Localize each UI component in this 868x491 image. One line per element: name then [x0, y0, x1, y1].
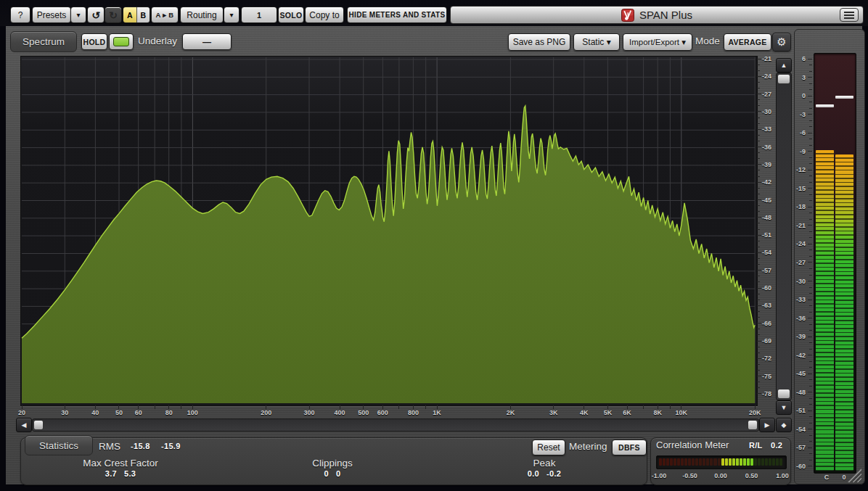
db-tick-label: -72: [762, 355, 777, 362]
freq-tick-label: 6K: [616, 409, 638, 416]
routing-dropdown-icon[interactable]: ▾: [224, 7, 239, 23]
hide-meters-button[interactable]: HIDE METERS AND STATS: [347, 7, 447, 23]
rms-value-right: -15.9: [161, 442, 181, 450]
static-dropdown[interactable]: Static ▾: [573, 33, 620, 51]
out-scale-label: -15: [791, 185, 806, 192]
db-tick-label: -51: [762, 231, 777, 239]
correlation-segment: [769, 458, 771, 466]
db-tick: [757, 105, 760, 106]
db-tick-label: -45: [762, 197, 777, 204]
out-scale-tick: [808, 133, 812, 133]
underlay-value: —: [202, 37, 211, 47]
out-scale-label: 0: [791, 92, 806, 99]
out-scale-tick: [808, 170, 812, 170]
spectrum-plot[interactable]: [21, 57, 756, 404]
reset-button[interactable]: Reset: [532, 440, 565, 455]
import-export-dropdown[interactable]: Import/Export ▾: [623, 33, 692, 51]
plugin-window: ? Presets ▾ ↺ ↻ A B A ▸ B Routing ▾ 1 SO…: [0, 0, 868, 491]
h-scrollbar-thumb[interactable]: [748, 420, 758, 430]
zoom-reset-button[interactable]: ◆: [776, 418, 792, 432]
v-scrollbar-thumb[interactable]: [777, 389, 790, 399]
copy-to-button[interactable]: Copy to: [305, 7, 344, 23]
out-scale-tick: [808, 96, 812, 96]
db-tick: [757, 294, 760, 294]
undo-button[interactable]: ↺: [87, 7, 105, 23]
correlation-segment: [666, 458, 669, 466]
out-scale-tick: [809, 126, 812, 127]
solo-button[interactable]: SOLO: [278, 7, 304, 23]
arrow-left-icon: ◀: [22, 421, 27, 429]
db-tick-label: -60: [762, 284, 777, 292]
out-scale-tick: [809, 89, 812, 90]
vertical-scrollbar[interactable]: [776, 73, 792, 400]
underlay-button[interactable]: —: [182, 33, 232, 50]
hamburger-icon: [844, 12, 854, 13]
hold-button[interactable]: HOLD: [81, 33, 107, 50]
correlation-segment: [725, 458, 728, 466]
freq-tick-label: 40: [84, 409, 106, 416]
freq-tick-label: 4K: [573, 409, 595, 416]
db-tick: [757, 270, 761, 271]
v-scrollbar-thumb[interactable]: [777, 74, 790, 84]
help-button[interactable]: ?: [10, 7, 30, 23]
correlation-segment: [747, 458, 750, 466]
freq-tick-label: 60: [128, 409, 150, 416]
correlation-segment: [659, 458, 662, 466]
a-to-b-button[interactable]: A ▸ B: [151, 7, 179, 23]
freq-tick: [398, 405, 399, 409]
undo-icon: ↺: [91, 9, 100, 21]
db-tick-label: -36: [762, 144, 777, 151]
scroll-down-button[interactable]: ▼: [776, 400, 792, 415]
db-tick: [757, 370, 760, 371]
correlation-segment: [703, 458, 705, 466]
tab-spectrum[interactable]: Spectrum: [10, 31, 77, 52]
correlation-segment: [710, 458, 713, 466]
out-scale-tick: [808, 225, 812, 226]
correlation-segment: [706, 458, 709, 466]
out-scale-tick: [808, 188, 812, 189]
spectrum-color-button[interactable]: [109, 33, 134, 50]
channel-display[interactable]: 1: [241, 7, 277, 23]
scroll-right-button[interactable]: ▶: [759, 418, 775, 432]
routing-button[interactable]: Routing: [180, 7, 224, 23]
out-scale-tick: [809, 305, 812, 306]
color-swatch-led: [113, 37, 129, 46]
out-scale-label: -54: [791, 426, 806, 433]
correlation-segment: [729, 458, 732, 466]
db-tick: [757, 88, 760, 88]
mode-average-button[interactable]: AVERAGE: [724, 33, 771, 51]
correlation-segment: [743, 458, 746, 466]
tab-statistics[interactable]: Statistics: [25, 435, 93, 455]
ab-toggle-b[interactable]: B: [136, 7, 150, 22]
presets-dropdown-icon[interactable]: ▾: [70, 7, 86, 23]
scroll-up-button[interactable]: ▲: [776, 58, 792, 73]
out-scale-tick: [808, 466, 812, 466]
out-scale-tick: [809, 312, 812, 313]
out-scale-label: -42: [791, 352, 806, 359]
ab-toggle-a[interactable]: A: [123, 7, 136, 22]
db-tick-label: -57: [762, 267, 777, 274]
titlebar: SPAN Plus: [450, 6, 864, 24]
db-tick: [757, 258, 760, 259]
main-menu-button[interactable]: [840, 8, 859, 22]
out-scale-tick: [809, 176, 812, 176]
horizontal-scrollbar[interactable]: [32, 418, 759, 432]
redo-button[interactable]: ↻: [105, 7, 122, 23]
presets-button[interactable]: Presets: [32, 7, 71, 23]
scroll-left-button[interactable]: ◀: [16, 418, 32, 432]
out-scale-label: -33: [791, 296, 806, 303]
settings-button[interactable]: ⚙: [772, 33, 791, 51]
db-tick: [757, 364, 760, 365]
db-tick: [757, 59, 761, 59]
metering-mode-button[interactable]: DBFS: [612, 440, 647, 455]
out-scale-tick: [808, 262, 812, 263]
mode-value-label: AVERAGE: [728, 38, 766, 46]
save-png-button[interactable]: Save as PNG: [508, 33, 570, 51]
chevron-down-icon: ▾: [76, 11, 80, 19]
correlation-tick-label: 0.00: [709, 472, 732, 479]
correlation-segment: [754, 458, 757, 466]
db-tick: [757, 264, 760, 265]
h-scrollbar-thumb[interactable]: [33, 420, 44, 430]
out-scale-tick: [809, 65, 812, 65]
out-scale-label: 6: [791, 55, 806, 62]
